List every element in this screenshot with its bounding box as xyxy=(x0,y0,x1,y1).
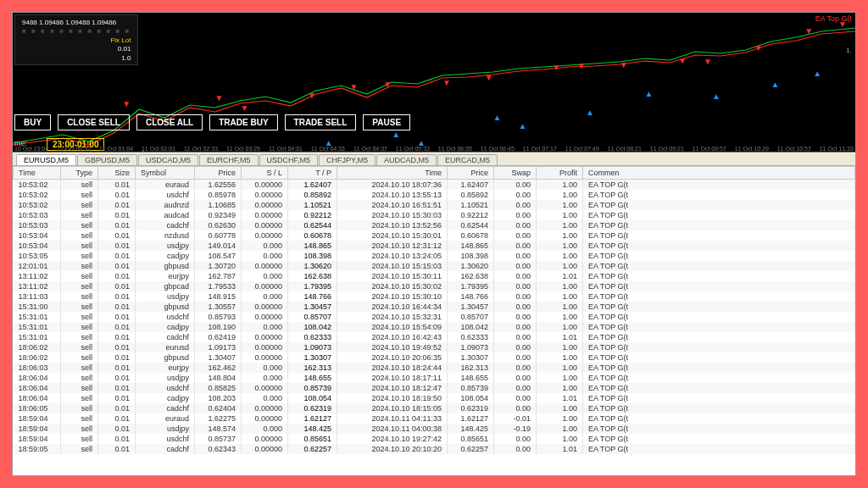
table-row[interactable]: 15:31:00sell0.01gbpusd1.305570.000001.30… xyxy=(14,302,855,312)
col-sl[interactable]: S / L xyxy=(242,167,288,180)
col-swap[interactable]: Swap xyxy=(494,167,537,180)
table-row[interactable]: 10:53:05sell0.01cadjpy108.5470.000108.39… xyxy=(14,251,855,261)
cell-t: 12:01:01 xyxy=(14,261,61,271)
table-row[interactable]: 10:53:02sell0.01audnzd1.106850.000001.10… xyxy=(14,200,855,210)
cell-swap: 0.00 xyxy=(494,210,537,220)
table-row[interactable]: 12:01:01sell0.01gbpusd1.307200.000001.30… xyxy=(14,261,855,271)
tab-gbpusd-m5[interactable]: GBPUSD,M5 xyxy=(77,154,137,165)
cell-profit: 1.00 xyxy=(537,251,583,261)
cell-sl: 0.00000 xyxy=(242,281,288,291)
cell-price: 108.547 xyxy=(195,251,242,261)
table-row[interactable]: 18:59:05sell0.01cadchf0.623430.000000.62… xyxy=(14,444,855,454)
cell-sl: 0.00000 xyxy=(242,210,288,220)
arrow-down-icon: ▼ xyxy=(350,82,359,92)
col-time[interactable]: Time xyxy=(337,167,448,180)
table-row[interactable]: 15:31:01sell0.01cadchf0.624190.000000.62… xyxy=(14,332,855,342)
table-row[interactable]: 13:11:02sell0.01eurjpy162.7870.000162.63… xyxy=(14,271,855,281)
table-row[interactable]: 18:06:05sell0.01cadchf0.624040.000000.62… xyxy=(14,403,855,413)
arrow-up-icon: ▲ xyxy=(813,69,821,78)
arrow-down-icon: ▼ xyxy=(704,57,712,66)
col-price[interactable]: Price xyxy=(448,167,494,180)
arrow-up-icon: ▲ xyxy=(257,152,265,152)
tab-eurcad-m5[interactable]: EURCAD,M5 xyxy=(437,154,498,165)
cell-ct: 2024.10.10 20:06:35 xyxy=(337,352,448,363)
cell-swap: 0.00 xyxy=(494,403,537,413)
cell-cp: 148.655 xyxy=(448,373,494,383)
table-row[interactable]: 18:06:02sell0.01eurusd1.091730.000001.09… xyxy=(14,342,855,352)
arrow-up-icon: ▲ xyxy=(712,92,721,101)
table-row[interactable]: 10:53:04sell0.01nzdusd0.607780.000000.60… xyxy=(14,230,855,241)
cell-c: EA TOP G(t xyxy=(583,200,855,210)
tab-chfjpy-m5[interactable]: CHFJPY,M5 xyxy=(319,154,376,165)
table-row[interactable]: 13:11:03sell0.01usdjpy148.9150.000148.76… xyxy=(14,291,855,302)
tab-usdchf-m5[interactable]: USDCHF,M5 xyxy=(259,154,319,165)
cell-sl: 0.00000 xyxy=(242,332,288,342)
col-tp[interactable]: T / P xyxy=(288,167,337,180)
cell-c: EA TOP G(t xyxy=(583,342,855,352)
table: TimeTypeSizeSymbolPriceS / LT / PTimePri… xyxy=(13,166,855,454)
cell-swap: 0.00 xyxy=(494,261,537,271)
col-type[interactable]: Type xyxy=(61,167,98,180)
cell-cp: 0.85707 xyxy=(448,312,494,322)
cell-ct: 2024.10.10 15:54:09 xyxy=(337,322,448,332)
col-time[interactable]: Time xyxy=(14,167,61,180)
cell-size: 0.01 xyxy=(98,434,136,444)
close-sell-button[interactable]: CLOSE SELL xyxy=(58,114,130,130)
tab-eurchf-m5[interactable]: EURCHF,M5 xyxy=(199,154,259,165)
table-row[interactable]: 18:06:04sell0.01usdjpy148.8040.000148.65… xyxy=(14,373,855,383)
table-row[interactable]: 18:59:04sell0.01usdchf0.857370.000000.85… xyxy=(14,434,855,444)
chart-panel[interactable]: EA Top G(t 9488 1.09486 1.09488 1.09486 … xyxy=(13,13,855,152)
cell-ct: 2024.10.10 15:30:03 xyxy=(337,210,448,220)
table-row[interactable]: 15:31:01sell0.01cadjpy108.1900.000108.04… xyxy=(14,322,855,332)
table-row[interactable]: 15:31:01sell0.01usdchf0.857930.000000.85… xyxy=(14,312,855,322)
tab-audcad-m5[interactable]: AUDCAD,M5 xyxy=(376,154,437,165)
table-row[interactable]: 18:06:02sell0.01gbpusd1.304070.000001.30… xyxy=(14,352,855,363)
cell-swap: 0.00 xyxy=(494,363,537,373)
table-row[interactable]: 10:53:03sell0.01audcad0.923490.000000.92… xyxy=(14,210,855,220)
trade-sell-button[interactable]: TRADE SELL xyxy=(285,114,357,130)
cell-price: 0.62630 xyxy=(195,220,242,230)
trade-buy-button[interactable]: TRADE BUY xyxy=(209,114,277,130)
cell-sl: 0.00000 xyxy=(242,200,288,210)
buy-button[interactable]: BUY xyxy=(14,114,51,130)
cell-sym: usdjpy xyxy=(136,241,195,251)
trade-history-table[interactable]: TimeTypeSizeSymbolPriceS / LT / PTimePri… xyxy=(13,166,855,475)
tab-eurusd-m5[interactable]: EURUSD,M5 xyxy=(16,154,76,165)
cell-type: sell xyxy=(61,352,98,363)
col-price[interactable]: Price xyxy=(195,167,242,180)
table-row[interactable]: 18:59:04sell0.01usdjpy148.5740.000148.42… xyxy=(14,424,855,434)
table-row[interactable]: 10:53:02sell0.01euraud1.625560.000001.62… xyxy=(14,180,855,191)
tab-usdcad-m5[interactable]: USDCAD,M5 xyxy=(138,154,198,165)
table-body: 10:53:02sell0.01euraud1.625560.000001.62… xyxy=(14,180,855,455)
pause-button[interactable]: PAUSE xyxy=(363,114,410,130)
table-row[interactable]: 13:11:02sell0.01gbpcad1.795330.000001.79… xyxy=(14,281,855,291)
cell-swap: 0.00 xyxy=(494,352,537,363)
close-all-button[interactable]: CLOSE ALL xyxy=(136,114,203,130)
cell-swap: 0.00 xyxy=(494,373,537,383)
cell-profit: 1.00 xyxy=(537,210,583,220)
cell-sym: cadchf xyxy=(136,444,195,454)
table-row[interactable]: 10:53:03sell0.01cadchf0.626300.000000.62… xyxy=(14,220,855,230)
table-row[interactable]: 18:06:04sell0.01cadjpy108.2030.000108.05… xyxy=(14,393,855,403)
trading-terminal: EA Top G(t 9488 1.09486 1.09488 1.09486 … xyxy=(12,12,856,476)
cell-sym: gbpcad xyxy=(136,281,195,291)
col-profit[interactable]: Profit xyxy=(537,167,583,180)
cell-sl: 0.000 xyxy=(242,241,288,251)
cell-ct: 2024.10.10 16:44:34 xyxy=(337,302,448,312)
table-row[interactable]: 10:53:02sell0.01usdchf0.859780.000000.85… xyxy=(14,190,855,200)
col-symbol[interactable]: Symbol xyxy=(136,167,195,180)
cell-price: 0.60778 xyxy=(195,230,242,241)
cell-sym: cadchf xyxy=(136,403,195,413)
table-row[interactable]: 10:53:04sell0.01usdjpy149.0140.000148.86… xyxy=(14,241,855,251)
cell-c: EA TOP G(t xyxy=(583,281,855,291)
table-row[interactable]: 18:06:04sell0.01usdchf0.858250.000000.85… xyxy=(14,383,855,393)
cell-t: 18:06:03 xyxy=(14,363,61,373)
cell-t: 18:06:04 xyxy=(14,393,61,403)
table-row[interactable]: 18:06:03sell0.01eurjpy162.4620.000162.31… xyxy=(14,363,855,373)
col-size[interactable]: Size xyxy=(98,167,136,180)
arrow-down-icon: ▼ xyxy=(838,19,847,29)
cell-c: EA TOP G(t xyxy=(583,413,855,424)
table-row[interactable]: 18:59:04sell0.01euraud1.622750.000001.62… xyxy=(14,413,855,424)
arrow-up-icon: ▲ xyxy=(392,130,400,139)
col-commen[interactable]: Commen xyxy=(583,167,855,180)
